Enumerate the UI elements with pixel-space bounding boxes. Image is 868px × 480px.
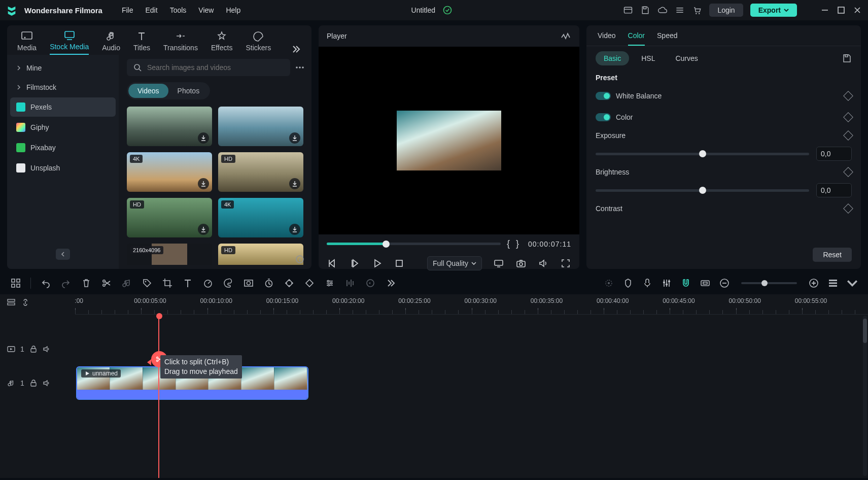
timeline-body[interactable]: 00:0000:00:05:0000:00:10:0000:00:15:0000…	[75, 294, 868, 478]
grid-icon[interactable]	[10, 278, 21, 289]
magnet-icon[interactable]	[680, 278, 691, 289]
sub-tab-basic[interactable]: Basic	[596, 51, 629, 65]
download-icon[interactable]	[198, 178, 209, 189]
export-button[interactable]: Export	[750, 4, 797, 17]
scope-icon[interactable]	[560, 30, 571, 42]
track-view-icon[interactable]	[827, 278, 839, 289]
window-maximize-icon[interactable]	[837, 6, 846, 15]
hamburger-icon[interactable]	[675, 5, 685, 15]
keyframe-color-icon[interactable]	[843, 112, 853, 122]
step-back-icon[interactable]	[327, 258, 338, 269]
value-exposure[interactable]: 0,0	[816, 147, 852, 161]
mark-in-button[interactable]: {	[507, 238, 510, 249]
marker-icon[interactable]	[622, 278, 634, 289]
reset-button[interactable]: Reset	[813, 248, 852, 262]
redo-icon[interactable]	[60, 278, 72, 289]
tab-titles[interactable]: Titles	[133, 30, 150, 55]
tab-effects[interactable]: Effects	[211, 30, 233, 55]
menu-help[interactable]: Help	[226, 6, 240, 14]
info-icon[interactable]	[295, 255, 304, 264]
prop-tab-video[interactable]: Video	[598, 31, 616, 46]
slider-knob[interactable]	[699, 187, 706, 194]
stock-thumbnail[interactable]: 4K	[218, 198, 303, 237]
stop-icon[interactable]	[394, 258, 405, 269]
sidebar-collapse-button[interactable]	[56, 249, 70, 260]
stock-thumbnail[interactable]	[218, 107, 303, 146]
tracks-overview-icon[interactable]	[7, 298, 15, 306]
tracks-area[interactable]: unnamed Click to split (Ctrl+B) Drag to …	[75, 315, 868, 478]
stock-thumbnail[interactable]: 2160x4096	[127, 244, 212, 265]
timeline-ruler[interactable]: 00:0000:00:05:0000:00:10:0000:00:15:0000…	[75, 294, 868, 315]
zoom-in-icon[interactable]	[808, 278, 819, 289]
sidebar-item-giphy[interactable]: Giphy	[10, 118, 116, 137]
download-icon[interactable]	[289, 132, 300, 144]
more-tools-icon[interactable]	[385, 278, 396, 289]
speed-icon[interactable]	[202, 278, 214, 289]
slider-exposure[interactable]	[596, 153, 809, 155]
player-viewport[interactable]	[319, 47, 579, 234]
stock-thumbnail[interactable]: HD	[127, 198, 212, 237]
adjust-icon[interactable]	[324, 278, 335, 289]
download-icon[interactable]	[198, 132, 209, 144]
login-button[interactable]: Login	[709, 4, 743, 17]
mark-out-button[interactable]: }	[516, 238, 519, 249]
fullscreen-icon[interactable]	[560, 258, 571, 269]
link-icon[interactable]	[700, 278, 711, 289]
frame-back-icon[interactable]	[349, 258, 360, 269]
menu-view[interactable]: View	[198, 6, 214, 14]
tab-stock-media[interactable]: Stock Media	[50, 29, 89, 55]
window-close-icon[interactable]	[853, 6, 862, 15]
music-note-icon[interactable]	[121, 278, 132, 289]
tab-transitions[interactable]: Transitions	[163, 30, 198, 55]
keyframe-brightness-icon[interactable]	[843, 167, 853, 177]
menu-tools[interactable]: Tools	[170, 6, 187, 14]
zoom-knob[interactable]	[761, 280, 768, 286]
keyframe-contrast-icon[interactable]	[843, 203, 853, 214]
more-options-icon[interactable]	[294, 62, 305, 73]
layout-icon[interactable]	[623, 5, 633, 15]
save-preset-icon[interactable]	[842, 53, 852, 63]
sidebar-item-pixabay[interactable]: Pixabay	[10, 138, 116, 157]
timer-icon[interactable]	[263, 278, 274, 289]
sidebar-item-pexels[interactable]: Pexels	[10, 97, 116, 117]
stock-thumbnail[interactable]: HD	[218, 244, 303, 265]
sub-tab-curves[interactable]: Curves	[667, 51, 706, 65]
lock-icon[interactable]	[29, 345, 38, 353]
toggle-wb-switch[interactable]	[596, 92, 611, 100]
window-minimize-icon[interactable]	[820, 6, 829, 15]
sidebar-item-unsplash[interactable]: Unsplash	[10, 158, 116, 178]
record-hint-icon[interactable]	[603, 278, 614, 289]
scissors-icon[interactable]	[101, 278, 112, 289]
snapshot-icon[interactable]	[515, 258, 527, 269]
cloud-icon[interactable]	[657, 5, 668, 15]
scrub-track[interactable]	[327, 243, 501, 245]
download-icon[interactable]	[289, 224, 300, 235]
prop-tab-color[interactable]: Color	[628, 31, 645, 46]
mixer-icon[interactable]	[661, 278, 672, 289]
slider-brightness[interactable]	[596, 189, 809, 192]
playback-quality[interactable]: Full Quality	[427, 256, 482, 270]
track-view-menu-icon[interactable]	[847, 278, 858, 289]
mute-icon[interactable]	[43, 379, 51, 387]
menu-edit[interactable]: Edit	[146, 6, 158, 14]
sub-tab-hsl[interactable]: HSL	[633, 51, 663, 65]
voiceover-icon[interactable]	[642, 278, 653, 289]
zoom-out-icon[interactable]	[719, 278, 730, 289]
save-icon[interactable]	[640, 5, 650, 15]
value-brightness[interactable]: 0,0	[816, 183, 852, 197]
link-tracks-icon[interactable]	[21, 298, 29, 306]
mute-icon[interactable]	[43, 345, 51, 353]
keyframe-exposure-icon[interactable]	[843, 130, 853, 141]
timeline-scrollbar[interactable]	[863, 316, 867, 476]
keyframe-icon[interactable]	[284, 278, 295, 289]
playhead[interactable]	[158, 315, 159, 478]
tab-media[interactable]: Media	[17, 30, 37, 55]
prop-tab-speed[interactable]: Speed	[657, 31, 677, 46]
menu-file[interactable]: File	[122, 6, 133, 14]
toggle-color-switch[interactable]	[596, 113, 611, 121]
scrub-handle[interactable]	[383, 241, 390, 248]
mask-icon[interactable]	[243, 278, 254, 289]
slider-knob[interactable]	[699, 150, 706, 157]
delete-icon[interactable]	[81, 278, 92, 289]
volume-icon[interactable]	[538, 258, 549, 269]
